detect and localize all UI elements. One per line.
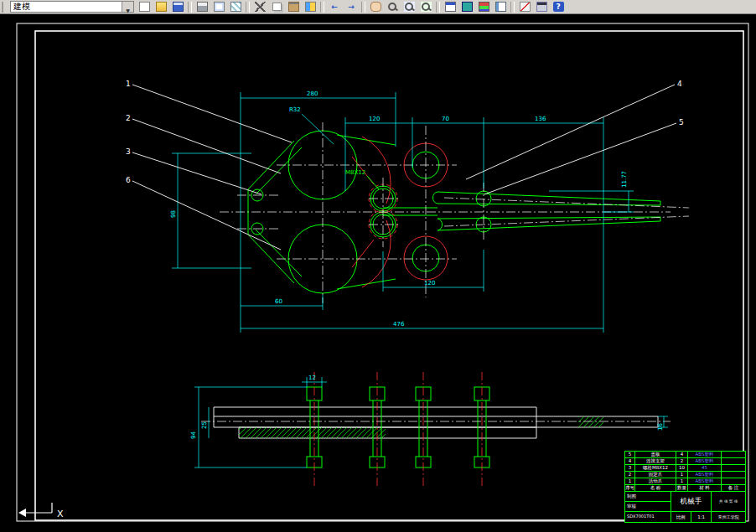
match-properties-icon[interactable] xyxy=(302,1,318,13)
balloon-4: 4 xyxy=(677,80,682,88)
parts-list-cell-no: 2 xyxy=(625,472,635,478)
toolbar-separator xyxy=(510,2,515,13)
parts-list-cell-no: 序号 xyxy=(625,485,635,492)
parts-list-header: 序号名 称数量材 料备 注 xyxy=(625,485,745,492)
dim-25: 25 xyxy=(201,421,208,429)
toolbar-icons xyxy=(136,0,567,13)
parts-list-cell-name: 固定爪 xyxy=(635,472,676,478)
parts-list-cell-note xyxy=(722,452,745,458)
save-icon[interactable] xyxy=(169,1,186,13)
balloon-1: 1 xyxy=(126,80,131,88)
zoom-window-icon[interactable] xyxy=(401,1,417,13)
parts-list-cell-note xyxy=(722,458,745,465)
parts-list: 5盖板4ABS塑料4连接支架2ABS塑料3螺栓M8X1210452固定爪1ABS… xyxy=(625,452,745,492)
dim-60: 60 xyxy=(275,298,282,305)
title-block-lower: 制图 审核 SDX7001T01 机械手 比例 1:1 共 张 第 张 常州工学… xyxy=(625,492,745,522)
undo-icon[interactable] xyxy=(326,1,343,13)
doc-number: SDX7001T01 xyxy=(625,512,671,521)
parts-list-cell-qty: 1 xyxy=(676,478,688,485)
sheet-count: 共 张 第 张 xyxy=(712,492,745,512)
parts-list-cell-name: 名 称 xyxy=(635,485,676,492)
ucs-icon: X xyxy=(18,503,64,519)
dim-thread: M8X12 xyxy=(345,169,365,176)
quick-calc-icon[interactable] xyxy=(533,1,550,13)
parts-list-cell-note xyxy=(722,478,745,485)
parts-list-cell-name: 螺栓M8X12 xyxy=(635,465,676,472)
part-name: 机械手 xyxy=(671,492,712,512)
publish-icon[interactable] xyxy=(227,1,244,13)
parts-list-cell-note: 备 注 xyxy=(722,485,745,492)
drawing-area[interactable]: X xyxy=(0,14,756,532)
workspace-dropdown[interactable]: 建模 xyxy=(10,1,134,13)
org-column: 共 张 第 张 常州工学院 xyxy=(712,492,745,522)
ucs-x-label: X xyxy=(57,509,64,519)
checker-label: 审核 xyxy=(625,502,671,512)
cut-icon[interactable] xyxy=(251,1,268,13)
parts-list-cell-name: 盖板 xyxy=(635,452,676,458)
parts-list-cell-qty: 1 xyxy=(676,472,688,478)
new-file-icon[interactable] xyxy=(136,1,153,13)
toolbar-separator xyxy=(320,2,324,13)
scale-value: 1:1 xyxy=(691,512,711,522)
balloon-2: 2 xyxy=(126,114,131,122)
dim-16: 16 xyxy=(657,423,664,431)
parts-list-row: 3螺栓M8X121045 xyxy=(625,465,745,472)
parts-list-cell-name: 连接支架 xyxy=(635,458,676,465)
toolbar-separator xyxy=(188,2,192,13)
toolbar-separator xyxy=(436,2,440,13)
help-icon[interactable] xyxy=(550,1,567,13)
parts-list-cell-material: ABS塑料 xyxy=(688,478,722,485)
parts-list-row: 5盖板4ABS塑料 xyxy=(625,452,745,458)
parts-list-cell-qty: 4 xyxy=(676,452,688,458)
parts-list-row: 1活动爪1ABS塑料 xyxy=(625,478,745,485)
properties-icon[interactable] xyxy=(442,1,458,13)
copy-icon[interactable] xyxy=(268,1,285,13)
parts-list-cell-material: 45 xyxy=(688,465,722,472)
design-center-icon[interactable] xyxy=(458,1,475,13)
dim-94: 94 xyxy=(190,431,197,439)
parts-list-row: 2固定爪1ABS塑料 xyxy=(625,472,745,478)
top-view: 280 120 70 136 98 R32 M8X12 60 120 476 1… xyxy=(126,80,689,333)
title-block: 5盖板4ABS塑料4连接支架2ABS塑料3螺栓M8X1210452固定爪1ABS… xyxy=(624,451,746,523)
parts-list-cell-no: 4 xyxy=(625,458,635,465)
drafter-label: 制图 xyxy=(625,492,671,502)
parts-list-cell-qty: 10 xyxy=(676,465,688,472)
dim-12: 12 xyxy=(308,374,316,381)
balloon-6: 6 xyxy=(126,176,131,184)
sheet-set-manager-icon[interactable] xyxy=(492,1,509,13)
parts-list-cell-note xyxy=(722,465,745,472)
open-icon[interactable] xyxy=(153,1,169,13)
toolbar: 建模 xyxy=(0,0,756,14)
toolbar-separator xyxy=(361,2,365,13)
organization: 常州工学院 xyxy=(712,512,745,522)
parts-list-cell-material: ABS塑料 xyxy=(688,458,722,465)
dimensions-top-view: 280 120 70 136 98 R32 M8X12 60 120 476 1… xyxy=(170,90,634,333)
dim-98: 98 xyxy=(170,210,177,218)
dim-1177: 11.77 xyxy=(621,171,628,188)
zoom-previous-icon[interactable] xyxy=(417,1,434,13)
parts-list-cell-material: ABS塑料 xyxy=(688,472,722,478)
tool-palettes-icon[interactable] xyxy=(475,1,492,13)
redo-icon[interactable] xyxy=(343,1,360,13)
pan-icon[interactable] xyxy=(367,1,384,13)
dim-70: 70 xyxy=(442,116,449,122)
parts-list-cell-material: ABS塑料 xyxy=(688,452,722,458)
parts-list-cell-no: 1 xyxy=(625,478,635,485)
dim-136: 136 xyxy=(535,116,546,122)
markup-icon[interactable] xyxy=(516,1,533,13)
toolbar-grip[interactable] xyxy=(2,2,7,13)
chevron-down-icon[interactable] xyxy=(122,2,133,12)
section-view: 12 25 94 16 xyxy=(190,372,671,486)
parts-list-cell-name: 活动爪 xyxy=(635,478,676,485)
balloon-3: 3 xyxy=(126,147,131,156)
plot-icon[interactable] xyxy=(194,1,210,13)
paste-icon[interactable] xyxy=(285,1,302,13)
toolbar-separator xyxy=(246,2,250,13)
plot-preview-icon[interactable] xyxy=(210,1,227,13)
signature-column: 制图 审核 SDX7001T01 xyxy=(625,492,671,522)
scale-label: 比例 xyxy=(671,512,691,522)
parts-list-cell-no: 3 xyxy=(625,465,635,472)
parts-list-cell-note xyxy=(722,472,745,478)
zoom-realtime-icon[interactable] xyxy=(384,1,401,13)
balloon-5: 5 xyxy=(679,118,684,127)
